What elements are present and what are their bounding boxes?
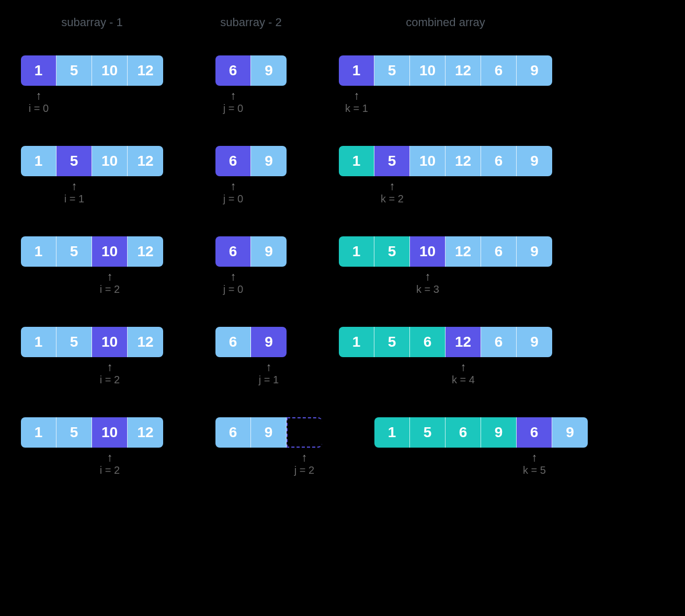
array-cell: 5 — [374, 327, 410, 357]
pointer: ↑i = 2 — [94, 361, 125, 386]
pointer: ↑j = 0 — [218, 180, 249, 205]
array-cell: 5 — [56, 146, 92, 176]
pointer: ↑k = 2 — [376, 180, 408, 205]
array-cell: 6 — [215, 417, 251, 448]
subarray-1-cells: 151012 — [21, 236, 163, 267]
step-2: 151012↑i = 169↑j = 015101269↑k = 2 — [21, 146, 664, 205]
array-cell: 9 — [517, 146, 552, 176]
array-cell: 10 — [92, 417, 128, 448]
array-cell: 9 — [251, 236, 287, 267]
subarray-2: 69↑j = 2 — [215, 417, 322, 476]
subarray-2-cells: 69 — [215, 417, 322, 448]
pointer-label: j = 0 — [223, 193, 243, 205]
combined-array: 156969↑k = 5 — [374, 417, 588, 476]
array-cell: 10 — [92, 55, 128, 86]
header-combined: combined array — [339, 16, 552, 29]
combined-array-cells: 156969 — [374, 417, 588, 448]
array-cell: 5 — [56, 327, 92, 357]
merge-sort-diagram: subarray - 1 subarray - 2 combined array… — [21, 16, 664, 476]
up-arrow-icon: ↑ — [302, 452, 307, 463]
pointer: ↑i = 0 — [23, 90, 54, 115]
subarray-1: 151012↑i = 1 — [21, 146, 163, 205]
pointer-label: j = 1 — [259, 374, 279, 386]
step-5: 151012↑i = 269↑j = 2156969↑k = 5 — [21, 417, 664, 476]
subarray-1-cells: 151012 — [21, 146, 163, 176]
subarray-2-cells: 69 — [215, 236, 287, 267]
combined-array-cells: 15101269 — [339, 55, 552, 86]
array-cell: 9 — [517, 55, 552, 86]
subarray-1: 151012↑i = 2 — [21, 236, 163, 295]
array-cell: 5 — [374, 55, 410, 86]
subarray-2-cells: 69 — [215, 55, 287, 86]
pointer-label: i = 2 — [100, 374, 120, 386]
pointer: ↑i = 2 — [94, 271, 125, 295]
column-headers: subarray - 1 subarray - 2 combined array — [21, 16, 664, 29]
combined-array-cells: 1561269 — [339, 327, 552, 357]
array-cell: 6 — [481, 146, 517, 176]
array-cell: 1 — [21, 327, 56, 357]
up-arrow-icon: ↑ — [107, 452, 113, 463]
array-cell: 12 — [446, 327, 481, 357]
array-cell: 1 — [339, 146, 374, 176]
subarray-1: 151012↑i = 2 — [21, 417, 163, 476]
subarray-1-cells: 151012 — [21, 55, 163, 86]
up-arrow-icon: ↑ — [36, 90, 42, 101]
up-arrow-icon: ↑ — [72, 180, 77, 192]
array-cell: 1 — [21, 417, 56, 448]
combined-array-cells: 15101269 — [339, 236, 552, 267]
array-cell: 6 — [215, 327, 251, 357]
array-cell: 1 — [339, 236, 374, 267]
pointer-label: j = 2 — [294, 464, 314, 476]
pointer: ↑j = 0 — [218, 271, 249, 295]
array-cell — [287, 417, 322, 448]
array-cell: 5 — [56, 55, 92, 86]
header-subarray-1: subarray - 1 — [21, 16, 163, 29]
array-cell: 5 — [410, 417, 446, 448]
pointer-label: k = 4 — [452, 374, 475, 386]
array-cell: 12 — [128, 417, 163, 448]
array-cell: 9 — [552, 417, 588, 448]
subarray-2: 69↑j = 0 — [215, 236, 287, 295]
array-cell: 1 — [21, 55, 56, 86]
array-cell: 10 — [410, 55, 446, 86]
pointer: ↑k = 4 — [448, 361, 479, 386]
pointer: ↑i = 2 — [94, 452, 125, 476]
pointer-label: k = 2 — [381, 193, 404, 205]
pointer-label: k = 1 — [345, 102, 368, 115]
array-cell: 6 — [481, 236, 517, 267]
pointer-label: j = 0 — [223, 102, 243, 115]
combined-array: 15101269↑k = 1 — [339, 55, 552, 115]
array-cell: 12 — [128, 146, 163, 176]
array-cell: 5 — [374, 236, 410, 267]
up-arrow-icon: ↑ — [231, 90, 236, 101]
up-arrow-icon: ↑ — [461, 361, 466, 373]
combined-array: 15101269↑k = 2 — [339, 146, 552, 205]
subarray-2-cells: 69 — [215, 146, 287, 176]
array-cell: 6 — [481, 327, 517, 357]
array-cell: 10 — [92, 236, 128, 267]
array-cell: 1 — [21, 146, 56, 176]
subarray-2: 69↑j = 0 — [215, 146, 287, 205]
pointer: ↑k = 3 — [412, 271, 443, 295]
array-cell: 9 — [517, 236, 552, 267]
array-cell: 1 — [374, 417, 410, 448]
pointer-label: i = 0 — [29, 102, 49, 115]
array-cell: 6 — [517, 417, 552, 448]
up-arrow-icon: ↑ — [107, 271, 113, 282]
array-cell: 12 — [128, 327, 163, 357]
subarray-1: 151012↑i = 0 — [21, 55, 163, 115]
array-cell: 5 — [56, 236, 92, 267]
array-cell: 12 — [128, 236, 163, 267]
pointer-label: j = 0 — [223, 283, 243, 295]
array-cell: 9 — [251, 417, 287, 448]
array-cell: 12 — [446, 146, 481, 176]
pointer: ↑k = 1 — [341, 90, 372, 115]
array-cell: 6 — [215, 236, 251, 267]
array-cell: 10 — [410, 146, 446, 176]
array-cell: 10 — [92, 146, 128, 176]
up-arrow-icon: ↑ — [354, 90, 360, 101]
array-cell: 12 — [446, 236, 481, 267]
subarray-1-cells: 151012 — [21, 417, 163, 448]
array-cell: 9 — [517, 327, 552, 357]
pointer-label: i = 2 — [100, 464, 120, 476]
